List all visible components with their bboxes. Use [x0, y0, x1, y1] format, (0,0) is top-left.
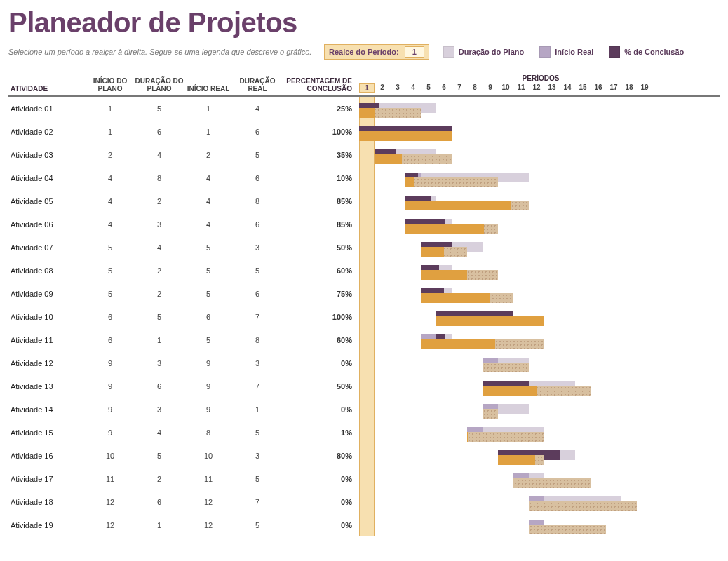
highlight-value[interactable]: 1 — [405, 46, 424, 58]
plan-duration[interactable]: 2 — [135, 290, 184, 298]
activity-name[interactable]: Atividade 17 — [8, 475, 86, 483]
period-13[interactable]: 13 — [544, 83, 560, 93]
actual-start[interactable]: 8 — [184, 428, 233, 437]
actual-duration[interactable]: 3 — [233, 243, 282, 252]
pct-complete[interactable]: 85% — [282, 220, 359, 229]
period-7[interactable]: 7 — [452, 83, 467, 93]
plan-duration[interactable]: 2 — [135, 266, 184, 275]
pct-complete[interactable]: 50% — [282, 243, 359, 252]
pct-complete[interactable]: 80% — [282, 452, 359, 460]
actual-duration[interactable]: 6 — [233, 174, 282, 182]
plan-start[interactable]: 5 — [86, 243, 135, 252]
pct-complete[interactable]: 100% — [282, 128, 359, 136]
activity-name[interactable]: Atividade 19 — [8, 521, 86, 529]
pct-complete[interactable]: 1% — [282, 428, 359, 437]
plan-duration[interactable]: 5 — [135, 452, 184, 460]
actual-duration[interactable]: 5 — [233, 428, 282, 437]
actual-duration[interactable]: 8 — [233, 197, 282, 205]
plan-duration[interactable]: 6 — [135, 498, 184, 506]
actual-start[interactable]: 1 — [184, 128, 233, 136]
plan-duration[interactable]: 6 — [135, 382, 184, 391]
period-16[interactable]: 16 — [591, 83, 606, 93]
activity-name[interactable]: Atividade 11 — [8, 336, 86, 344]
actual-duration[interactable]: 1 — [233, 405, 282, 414]
actual-duration[interactable]: 5 — [233, 151, 282, 159]
actual-duration[interactable]: 5 — [233, 266, 282, 275]
period-18[interactable]: 18 — [621, 83, 637, 93]
highlight-period-control[interactable]: Realce do Período: 1 — [324, 44, 429, 60]
plan-duration[interactable]: 4 — [135, 151, 184, 159]
pct-complete[interactable]: 0% — [282, 359, 359, 367]
pct-complete[interactable]: 60% — [282, 336, 359, 344]
actual-start[interactable]: 5 — [184, 266, 233, 275]
actual-start[interactable]: 4 — [184, 174, 233, 182]
actual-duration[interactable]: 6 — [233, 128, 282, 136]
actual-start[interactable]: 9 — [184, 359, 233, 367]
actual-duration[interactable]: 4 — [233, 104, 282, 113]
activity-name[interactable]: Atividade 01 — [8, 104, 86, 113]
plan-start[interactable]: 9 — [86, 382, 135, 391]
period-19[interactable]: 19 — [637, 83, 652, 93]
pct-complete[interactable]: 25% — [282, 104, 359, 113]
actual-start[interactable]: 10 — [184, 452, 233, 460]
period-9[interactable]: 9 — [483, 83, 498, 93]
actual-start[interactable]: 5 — [184, 290, 233, 298]
plan-duration[interactable]: 3 — [135, 220, 184, 229]
actual-duration[interactable]: 8 — [233, 336, 282, 344]
actual-start[interactable]: 4 — [184, 220, 233, 229]
actual-start[interactable]: 1 — [184, 104, 233, 113]
plan-start[interactable]: 10 — [86, 452, 135, 460]
actual-start[interactable]: 4 — [184, 197, 233, 205]
plan-duration[interactable]: 4 — [135, 243, 184, 252]
activity-name[interactable]: Atividade 13 — [8, 382, 86, 391]
activity-name[interactable]: Atividade 18 — [8, 498, 86, 506]
plan-duration[interactable]: 3 — [135, 405, 184, 414]
activity-name[interactable]: Atividade 05 — [8, 197, 86, 205]
actual-duration[interactable]: 3 — [233, 359, 282, 367]
plan-start[interactable]: 9 — [86, 405, 135, 414]
plan-start[interactable]: 4 — [86, 220, 135, 229]
plan-start[interactable]: 5 — [86, 266, 135, 275]
plan-duration[interactable]: 6 — [135, 128, 184, 136]
activity-name[interactable]: Atividade 08 — [8, 266, 86, 275]
actual-duration[interactable]: 7 — [233, 313, 282, 321]
plan-start[interactable]: 6 — [86, 336, 135, 344]
actual-duration[interactable]: 5 — [233, 521, 282, 529]
actual-duration[interactable]: 6 — [233, 220, 282, 229]
pct-complete[interactable]: 0% — [282, 498, 359, 506]
pct-complete[interactable]: 0% — [282, 475, 359, 483]
actual-start[interactable]: 5 — [184, 336, 233, 344]
pct-complete[interactable]: 0% — [282, 521, 359, 529]
plan-duration[interactable]: 5 — [135, 313, 184, 321]
period-4[interactable]: 4 — [405, 83, 421, 93]
period-6[interactable]: 6 — [436, 83, 452, 93]
plan-start[interactable]: 4 — [86, 197, 135, 205]
pct-complete[interactable]: 100% — [282, 313, 359, 321]
period-17[interactable]: 17 — [606, 83, 621, 93]
activity-name[interactable]: Atividade 06 — [8, 220, 86, 229]
actual-start[interactable]: 9 — [184, 382, 233, 391]
period-5[interactable]: 5 — [421, 83, 436, 93]
actual-start[interactable]: 12 — [184, 521, 233, 529]
actual-duration[interactable]: 7 — [233, 498, 282, 506]
plan-start[interactable]: 2 — [86, 151, 135, 159]
activity-name[interactable]: Atividade 12 — [8, 359, 86, 367]
activity-name[interactable]: Atividade 04 — [8, 174, 86, 182]
plan-start[interactable]: 6 — [86, 313, 135, 321]
plan-start[interactable]: 5 — [86, 290, 135, 298]
plan-duration[interactable]: 2 — [135, 475, 184, 483]
plan-start[interactable]: 11 — [86, 475, 135, 483]
activity-name[interactable]: Atividade 03 — [8, 151, 86, 159]
pct-complete[interactable]: 0% — [282, 405, 359, 414]
actual-duration[interactable]: 3 — [233, 452, 282, 460]
actual-duration[interactable]: 7 — [233, 382, 282, 391]
period-8[interactable]: 8 — [467, 83, 483, 93]
pct-complete[interactable]: 75% — [282, 290, 359, 298]
actual-duration[interactable]: 6 — [233, 290, 282, 298]
plan-start[interactable]: 9 — [86, 428, 135, 437]
period-12[interactable]: 12 — [529, 83, 544, 93]
plan-start[interactable]: 12 — [86, 521, 135, 529]
activity-name[interactable]: Atividade 10 — [8, 313, 86, 321]
actual-start[interactable]: 12 — [184, 498, 233, 506]
activity-name[interactable]: Atividade 15 — [8, 428, 86, 437]
